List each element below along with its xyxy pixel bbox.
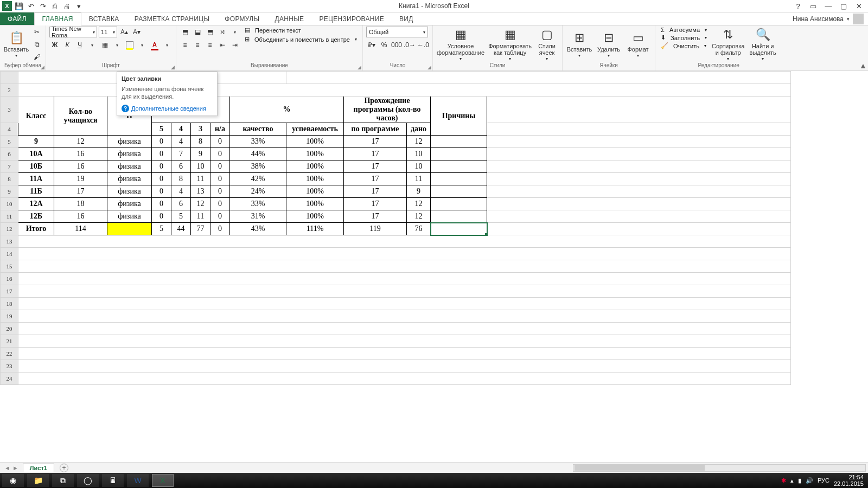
autosum-button[interactable]: Σ Автосумма ▾ [659,27,709,33]
cell-g4[interactable]: 7 [171,148,191,160]
align-center-icon[interactable]: ≡ [192,40,203,50]
print-preview-icon[interactable]: 🖨 [62,1,72,11]
cell-reasons[interactable] [431,198,487,210]
cell-students[interactable]: 19 [54,173,107,185]
cell-reasons[interactable] [431,210,487,223]
row-header[interactable]: 17 [1,285,18,298]
cell-na[interactable]: 0 [210,173,230,185]
cell-program[interactable]: 17 [344,185,407,198]
empty-cell[interactable] [18,248,791,260]
cell-class[interactable]: 10А [18,148,54,160]
cell-g3[interactable]: 10 [191,160,210,173]
cell-students[interactable]: 16 [54,210,107,223]
cell-na[interactable]: 0 [210,148,230,160]
row-header[interactable]: 16 [1,273,18,285]
font-color-button[interactable]: A [149,40,160,50]
cell-program[interactable]: 17 [344,198,407,210]
cell-subject[interactable]: физика [107,185,152,198]
cell-given[interactable]: 10 [407,160,431,173]
row-header[interactable]: 11 [1,210,18,223]
empty-cell[interactable] [18,285,791,298]
empty-cell[interactable] [18,298,791,310]
cell-success[interactable]: 100% [286,198,344,210]
cell-g5[interactable]: 0 [152,160,171,173]
wrap-text-button[interactable]: ▤ Перенести текст [242,27,359,34]
start-button[interactable]: ◉ [2,474,24,487]
fill-color-more-icon[interactable]: ▾ [137,40,148,50]
cell-g4[interactable]: 6 [171,160,191,173]
cell-subject[interactable]: физика [107,136,152,148]
taskbar-excel-icon[interactable]: X [152,474,174,487]
accounting-format-icon[interactable]: ₽▾ [366,40,377,50]
qat-customize-icon[interactable]: ▾ [74,1,84,11]
conditional-formatting-button[interactable]: ▦Условное форматирование▾ [436,27,485,62]
fill-button[interactable]: ⬇ Заполнить ▾ [659,34,709,41]
taskbar-calc-icon[interactable]: 🖩 [102,474,124,487]
cell-success[interactable]: 100% [286,210,344,223]
cell-subject[interactable]: физика [107,210,152,223]
cell-g4[interactable]: 6 [171,198,191,210]
cell-class[interactable]: 9 [18,136,54,148]
cell-reasons[interactable] [431,173,487,185]
minimize-icon[interactable]: — [821,1,835,11]
align-bottom-icon[interactable]: ⬒ [205,27,215,37]
align-middle-icon[interactable]: ⬓ [192,27,203,37]
insert-cells-button[interactable]: ⊞Вставить▾ [566,27,593,62]
cell-g3[interactable]: 11 [191,173,210,185]
cell-subject[interactable]: физика [107,173,152,185]
cell-na[interactable]: 0 [210,185,230,198]
cell-g3[interactable]: 8 [191,136,210,148]
fill-color-button[interactable] [124,40,135,50]
cell-given[interactable]: 11 [407,173,431,185]
cell-na[interactable]: 0 [210,160,230,173]
horizontal-scrollbar[interactable] [573,464,866,472]
help-icon[interactable]: ? [791,1,805,11]
cell-students[interactable]: 18 [54,198,107,210]
cell-given[interactable]: 12 [407,136,431,148]
row-header[interactable]: 14 [1,248,18,260]
cell-subject[interactable]: физика [107,148,152,160]
row-header[interactable]: 2 [1,84,18,97]
user-avatar-icon[interactable] [853,14,864,24]
tab-file[interactable]: ФАЙЛ [0,12,34,25]
comma-format-icon[interactable]: 000 [391,40,402,50]
tab-insert[interactable]: ВСТАВКА [81,12,127,25]
cell-subject[interactable]: физика [107,160,152,173]
borders-more-icon[interactable]: ▾ [112,40,123,50]
empty-cell[interactable] [18,310,791,323]
total-subject-cell[interactable] [107,223,152,235]
cell-success[interactable]: 100% [286,185,344,198]
sort-filter-button[interactable]: ⇅Сортировка и фильтр▾ [711,27,745,62]
taskbar-explorer-icon[interactable]: 📁 [27,474,49,487]
cell-quality[interactable]: 38% [230,160,286,173]
tab-formulas[interactable]: ФОРМУЛЫ [217,12,267,25]
cell-g4[interactable]: 8 [171,173,191,185]
cell-class[interactable]: 10Б [18,160,54,173]
cell-g5[interactable]: 0 [152,148,171,160]
cell-reasons[interactable] [431,160,487,173]
sheet-nav-prev-icon[interactable]: ◄ [4,465,10,471]
row-header[interactable]: 6 [1,148,18,160]
cell-g5[interactable]: 0 [152,173,171,185]
tray-network-icon[interactable]: ▮ [798,477,801,484]
cell-quality[interactable]: 42% [230,173,286,185]
row-header[interactable]: 19 [1,310,18,323]
find-select-button[interactable]: 🔍Найти и выделить▾ [747,27,778,62]
sheet-tab[interactable]: Лист1 [23,464,54,472]
cell-given[interactable]: 12 [407,198,431,210]
dialog-launcher-icon[interactable]: ◢ [41,65,44,70]
tray-volume-icon[interactable]: 🔊 [806,477,813,484]
cell-g3[interactable]: 9 [191,148,210,160]
cell-g3[interactable]: 11 [191,210,210,223]
empty-cell[interactable] [18,360,791,373]
row-header[interactable]: 15 [1,260,18,273]
borders-icon[interactable]: ▦ [99,40,110,50]
tab-view[interactable]: ВИД [392,12,421,25]
cell-g4[interactable]: 4 [171,185,191,198]
taskbar-chrome-icon[interactable]: ◯ [77,474,99,487]
row-header[interactable]: 22 [1,348,18,360]
redo-icon[interactable]: ↷ [38,1,48,11]
taskbar-word-icon[interactable]: W [127,474,149,487]
cell-g4[interactable]: 4 [171,136,191,148]
taskbar-vs-icon[interactable]: ⧉ [52,474,74,487]
